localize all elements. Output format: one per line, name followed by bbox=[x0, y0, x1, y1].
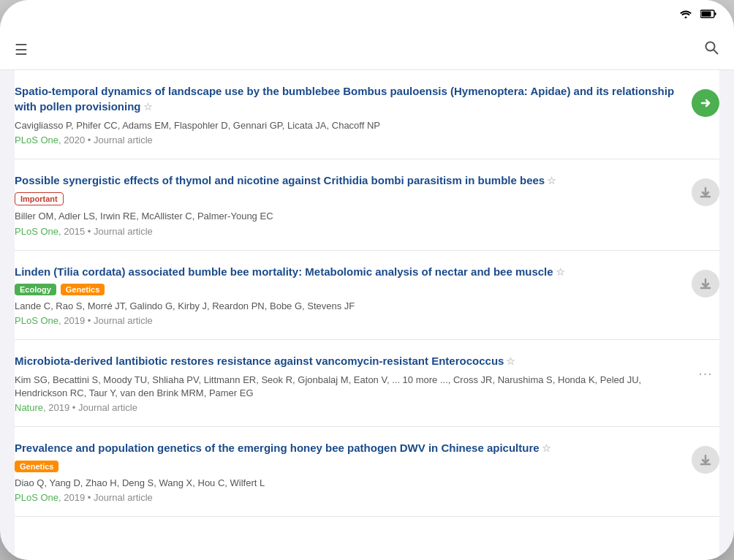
svg-rect-2 bbox=[702, 11, 711, 16]
search-button[interactable] bbox=[703, 39, 719, 59]
tag-genetics[interactable]: Genetics bbox=[15, 461, 58, 472]
battery-icon bbox=[700, 10, 716, 20]
paper-title[interactable]: Possible synergistic effects of thymol a… bbox=[15, 173, 684, 189]
menu-button[interactable]: ☰ bbox=[15, 41, 28, 58]
paper-meta: Nature, 2019 • Journal article bbox=[15, 402, 684, 413]
star-icon[interactable]: ☆ bbox=[542, 442, 551, 456]
paper-title[interactable]: Linden (Tilia cordata) associated bumble… bbox=[15, 264, 684, 280]
paper-meta: PLoS One, 2020 • Journal article bbox=[15, 135, 684, 145]
download-button[interactable] bbox=[692, 446, 719, 474]
paper-year: , 2020 • Journal article bbox=[58, 135, 153, 145]
star-icon[interactable]: ☆ bbox=[547, 174, 556, 189]
paper-content: Microbiota-derived lantibiotic restores … bbox=[15, 353, 684, 413]
paper-authors: Lande C, Rao S, Morré JT, Galindo G, Kir… bbox=[15, 300, 684, 313]
paper-title[interactable]: Prevalence and population genetics of th… bbox=[15, 440, 684, 456]
tag-important[interactable]: Important bbox=[15, 192, 64, 205]
header: ☰ bbox=[0, 29, 734, 70]
paper-content: Prevalence and population genetics of th… bbox=[15, 440, 684, 503]
paper-year: , 2019 • Journal article bbox=[58, 315, 153, 326]
paper-meta: PLoS One, 2015 • Journal article bbox=[15, 226, 684, 237]
paper-authors: Cavigliasso P, Phifer CC, Adams EM, Flas… bbox=[15, 119, 684, 132]
paper-content: Linden (Tilia cordata) associated bumble… bbox=[15, 264, 684, 327]
paper-year: , 2019 • Journal article bbox=[58, 492, 153, 503]
paper-meta: PLoS One, 2019 • Journal article bbox=[15, 492, 684, 503]
paper-year: , 2015 • Journal article bbox=[58, 226, 153, 237]
star-icon[interactable]: ☆ bbox=[143, 100, 153, 115]
paper-list: Spatio-temporal dynamics of landscape us… bbox=[15, 70, 719, 560]
paper-item: Prevalence and population genetics of th… bbox=[15, 427, 719, 517]
download-button[interactable] bbox=[692, 270, 719, 298]
paper-authors: Kim SG, Becattini S, Moody TU, Shliaha P… bbox=[15, 374, 684, 400]
status-bar bbox=[0, 0, 734, 29]
paper-journal: PLoS One bbox=[15, 135, 58, 145]
tag-genetics[interactable]: Genetics bbox=[61, 284, 105, 295]
paper-meta: PLoS One, 2019 • Journal article bbox=[15, 315, 684, 326]
paper-item: Spatio-temporal dynamics of landscape us… bbox=[15, 70, 719, 159]
tag-ecology[interactable]: Ecology bbox=[15, 284, 56, 295]
paper-item: Linden (Tilia cordata) associated bumble… bbox=[15, 251, 719, 341]
download-button[interactable] bbox=[692, 178, 719, 206]
wifi-icon bbox=[680, 10, 692, 20]
paper-journal: PLoS One bbox=[15, 492, 58, 503]
paper-journal: PLoS One bbox=[15, 226, 58, 237]
paper-tags: Genetics bbox=[15, 461, 684, 472]
paper-tags: EcologyGenetics bbox=[15, 284, 684, 295]
paper-item: Microbiota-derived lantibiotic restores … bbox=[15, 340, 719, 427]
paper-year: , 2019 • Journal article bbox=[43, 402, 137, 413]
paper-title[interactable]: Spatio-temporal dynamics of landscape us… bbox=[15, 83, 684, 115]
star-icon[interactable]: ☆ bbox=[506, 355, 515, 369]
paper-journal: Nature bbox=[15, 402, 43, 413]
svg-point-3 bbox=[706, 42, 715, 51]
paper-title[interactable]: Microbiota-derived lantibiotic restores … bbox=[15, 353, 684, 369]
open-button[interactable] bbox=[692, 89, 719, 117]
paper-authors: Biller OM, Adler LS, Irwin RE, McAlliste… bbox=[15, 210, 684, 223]
svg-line-4 bbox=[714, 50, 718, 54]
paper-journal: PLoS One bbox=[15, 315, 58, 326]
status-right bbox=[680, 10, 716, 20]
header-left: ☰ bbox=[15, 41, 39, 58]
paper-content: Spatio-temporal dynamics of landscape us… bbox=[15, 83, 684, 145]
more-button[interactable]: ··· bbox=[692, 359, 719, 387]
svg-rect-1 bbox=[715, 12, 716, 15]
paper-tags: Important bbox=[15, 192, 684, 205]
paper-content: Possible synergistic effects of thymol a… bbox=[15, 173, 684, 237]
paper-item: Possible synergistic effects of thymol a… bbox=[15, 159, 719, 251]
paper-authors: Diao Q, Yang D, Zhao H, Deng S, Wang X, … bbox=[15, 477, 684, 490]
star-icon[interactable]: ☆ bbox=[556, 265, 565, 280]
